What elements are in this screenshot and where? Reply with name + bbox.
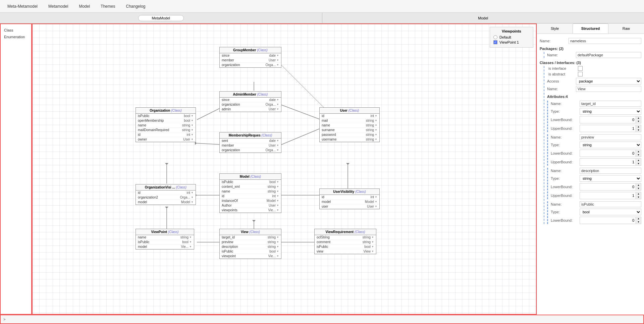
right-tabs: Style Structured Raw <box>537 23 644 34</box>
class-uservisibility[interactable]: UserVisibility (Class) idint ▼ modelMode… <box>319 188 380 209</box>
is-abstract-row: is abstract <box>547 72 641 76</box>
class-user[interactable]: User (Class) idint ▼ mailstring ▼ namest… <box>319 107 380 142</box>
class-viewpoint[interactable]: ViewPoint (Class) namestring ▼ isPublicb… <box>136 229 194 250</box>
class-name-input[interactable] <box>576 86 641 92</box>
attr-lowerbound-spinner-0[interactable]: 0 ▲▼ <box>580 116 641 123</box>
viewpoints-row-vp1[interactable]: ✓ ViewPoint 1 <box>493 40 530 44</box>
class-groupmember-header: GroupMember (Class) <box>220 47 281 53</box>
viewpoints-row-default[interactable]: Default <box>493 35 530 39</box>
attr-name-input-1[interactable] <box>580 134 641 140</box>
attr-row: mailDomainRequiredstring ▼ <box>136 128 196 132</box>
attr-upperbound-row-2: UpperBound: 1 ▲▼ <box>551 192 641 199</box>
attr-row: instanceOfModel ▼ <box>220 199 281 203</box>
class-adminmember-header: AdminMember (Class) <box>220 92 281 98</box>
attr-type-select-3[interactable]: bool <box>580 209 641 215</box>
metamodel-pill: MetaModel <box>138 15 184 21</box>
class-view[interactable]: View (Class) target_idstring ▼ previewst… <box>219 229 281 259</box>
checkbox-vp1[interactable]: ✓ <box>493 40 497 44</box>
attr-row: content_xmlstring ▼ <box>220 184 281 189</box>
radio-default[interactable] <box>493 35 497 39</box>
attr-lowerbound-spinner-3[interactable]: 0 ▲▼ <box>580 217 641 224</box>
access-select[interactable]: package public private protected <box>576 78 641 85</box>
class-view-header: View (Class) <box>220 229 281 235</box>
class-viewrequirement-header: ViewRequirement (Class) <box>315 229 376 235</box>
is-abstract-label: is abstract <box>548 72 575 76</box>
attr-lowerbound-row-2: LowerBound: 0 ▲▼ <box>551 183 641 191</box>
sidebar-item-class[interactable]: Class <box>3 27 29 34</box>
attr-upperbound-label-1: UpperBound: <box>551 160 578 164</box>
nav-changelog[interactable]: Changelog <box>121 3 150 10</box>
attr-name-input-3[interactable] <box>580 201 641 207</box>
attr-row: descriptionstring ▼ <box>220 245 281 249</box>
attr-row: organizationOrga... ▼ <box>220 148 281 153</box>
attr-lowerbound-spinner-2[interactable]: 0 ▲▼ <box>580 183 641 191</box>
svg-marker-19 <box>346 163 350 165</box>
nav-meta-metamodel[interactable]: Meta-Metamodel <box>3 3 42 10</box>
attr-upperbound-spinner-1[interactable]: 1 ▲▼ <box>580 158 641 166</box>
class-membershiprequest[interactable]: MembershipReques (Class) sentdate ▼ memb… <box>219 132 281 153</box>
package-name-input[interactable] <box>576 52 641 58</box>
attr-row: isPublicbool ▼ <box>220 249 281 254</box>
tab-structured[interactable]: Structured <box>573 23 608 34</box>
attr-type-row-3: Type: bool <box>551 209 641 215</box>
attr-upperbound-label-2: UpperBound: <box>551 194 578 198</box>
classes-section-title: Classes / Interfaces: (3) <box>540 61 641 65</box>
tab-style[interactable]: Style <box>537 23 573 34</box>
svg-line-2 <box>281 105 321 120</box>
attr-row: modelVie... ▼ <box>136 245 194 249</box>
svg-line-5 <box>281 128 321 145</box>
is-interface-checkbox[interactable] <box>578 66 583 71</box>
name-label: Name: <box>540 39 567 43</box>
attributes-title: Attributes:4 <box>547 95 641 99</box>
attr-type-row-1: Type: string <box>551 142 641 148</box>
attr-lowerbound-spinner-1[interactable]: 0 ▲▼ <box>580 150 641 157</box>
bottom-bar-label: > <box>3 317 5 321</box>
attr-name-input-0[interactable] <box>580 101 641 107</box>
model-tab[interactable]: Model <box>322 16 644 20</box>
connections-svg <box>33 24 536 314</box>
attr-type-select-1[interactable]: string <box>580 142 641 148</box>
attr-type-select-2[interactable]: string <box>580 175 641 182</box>
nav-themes[interactable]: Themes <box>96 3 120 10</box>
attr-row: viewpointsVie... ▼ <box>220 208 281 213</box>
class-orgvisi[interactable]: OrganizationVisi ... (Class) idint ▼ org… <box>136 184 196 205</box>
attr-row: ownerUser ▼ <box>136 137 196 142</box>
attr-row: organizationOrga... ▼ <box>220 102 281 107</box>
canvas-area[interactable]: GroupMember (Class) sincedate ▼ memberUs… <box>32 23 537 315</box>
nav-metamodel[interactable]: Metamodel <box>44 3 73 10</box>
attr-row: isPublicbool ▼ <box>220 180 281 184</box>
is-abstract-checkbox[interactable] <box>578 72 583 76</box>
class-groupmember[interactable]: GroupMember (Class) sincedate ▼ memberUs… <box>219 47 281 68</box>
attr-row: mailstring ▼ <box>320 118 379 123</box>
attr-name-row-0: Name: <box>551 101 641 107</box>
attr-upperbound-spinner-2[interactable]: 1 ▲▼ <box>580 192 641 199</box>
viewpoints-vp1-label: ViewPoint 1 <box>499 40 519 44</box>
attr-row: oclStringstring ▼ <box>315 235 376 240</box>
packages-content: Name: <box>544 52 641 58</box>
class-organization-header: Organization (Class) <box>136 108 196 114</box>
class-adminmember[interactable]: AdminMember (Class) sincedate ▼ organiza… <box>219 91 281 112</box>
attr-lowerbound-row-1: LowerBound: 0 ▲▼ <box>551 150 641 157</box>
class-viewrequirement[interactable]: ViewRequirement (Class) oclStringstring … <box>314 229 376 254</box>
left-sidebar: Class Enumeration <box>0 23 32 315</box>
nav-model[interactable]: Model <box>74 3 95 10</box>
class-model[interactable]: Model (Class) isPublicbool ▼ content_xml… <box>219 173 281 213</box>
attr-row: idint ▼ <box>320 195 379 200</box>
tab-raw[interactable]: Raw <box>608 23 644 34</box>
attr-row: sentdate ▼ <box>220 139 281 143</box>
name-input[interactable] <box>569 38 641 44</box>
attr-row: previewstring ▼ <box>220 240 281 245</box>
attr-name-input-2[interactable] <box>580 168 641 174</box>
package-name-label: Name: <box>547 53 574 57</box>
attr-lowerbound-row-3: LowerBound: 0 ▲▼ <box>551 217 641 224</box>
attr-type-select-0[interactable]: string <box>580 108 641 115</box>
attr-upperbound-spinner-0[interactable]: 1 ▲▼ <box>580 125 641 132</box>
viewpoints-default-label: Default <box>499 35 511 39</box>
access-label: Access <box>547 79 574 83</box>
sidebar-item-enumeration[interactable]: Enumeration <box>3 34 29 40</box>
class-organization[interactable]: Organization (Class) isPublicbool ▼ open… <box>136 107 196 142</box>
metamodel-tab[interactable]: MetaModel <box>0 13 322 23</box>
attr-row: userUser ▼ <box>320 204 379 209</box>
attr-name-row-3: Name: <box>551 201 641 207</box>
attr-row: AuthorUser ▼ <box>220 203 281 208</box>
